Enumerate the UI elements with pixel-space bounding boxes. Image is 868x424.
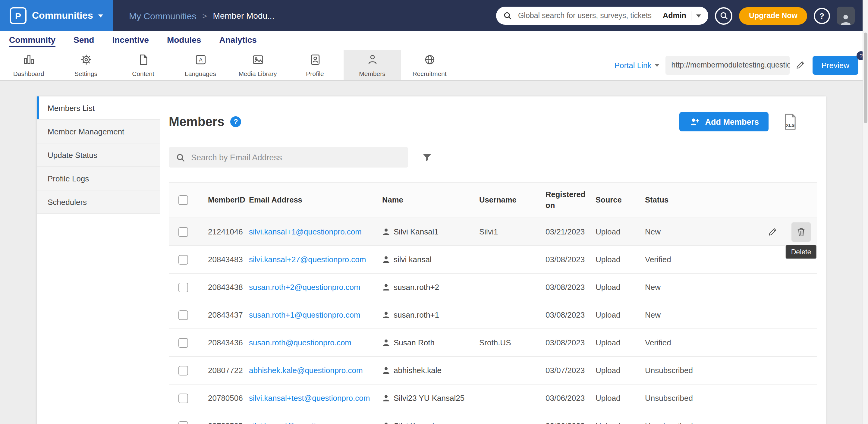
row-checkbox[interactable] (179, 338, 188, 347)
row-checkbox[interactable] (179, 282, 188, 292)
row-checkbox[interactable] (179, 310, 188, 320)
delete-icon[interactable]: Delete (792, 222, 811, 241)
page-title: Members (169, 115, 224, 129)
member-id-cell: 20843436 (208, 338, 249, 347)
email-link[interactable]: silvi.kansal@questionpro.com (249, 421, 375, 424)
member-name: Silvi23 YU Kansal25 (394, 394, 464, 403)
upgrade-now-button[interactable]: Upgrade Now (739, 7, 807, 24)
sidebar-item-members-list[interactable]: Members List (37, 96, 160, 120)
export-xls-icon[interactable]: XLS (783, 113, 798, 130)
member-name: silvi kansal (394, 255, 432, 264)
email-link[interactable]: abhishek.kale@questionpro.com (249, 366, 375, 375)
email-link[interactable]: silvi.kansal+27@questionpro.com (249, 255, 375, 264)
members-table: MemberIDEmail AddressNameUsernameRegiste… (169, 182, 817, 424)
table-row: 20780506 silvi.kansal+test@questionpro.c… (169, 385, 817, 412)
search-button[interactable] (715, 7, 733, 24)
row-checkbox[interactable] (179, 421, 188, 424)
email-cell: silvi.kansal@questionpro.com (249, 421, 382, 424)
toolbar-item-content[interactable]: Content (115, 50, 172, 80)
source-cell: Upload (595, 366, 645, 375)
email-link[interactable]: susan.roth+1@questionpro.com (249, 310, 375, 320)
edit-url-icon[interactable] (796, 60, 807, 70)
module-toolbar: Dashboard Settings Content A Languages M… (0, 50, 868, 81)
member-name: Silvi Kansal1 (394, 227, 438, 236)
row-checkbox[interactable] (179, 393, 188, 403)
email-link[interactable]: silvi.kansal+test@questionpro.com (249, 394, 375, 403)
member-id-cell: 20780506 (208, 394, 249, 403)
dashboard-icon (22, 53, 35, 69)
source-cell: Upload (595, 310, 645, 320)
portal-link-dropdown[interactable]: Portal Link (615, 61, 659, 70)
tab-incentive[interactable]: Incentive (112, 35, 149, 47)
email-cell: silvi.kansal+test@questionpro.com (249, 394, 382, 403)
row-checkbox[interactable] (179, 255, 188, 264)
chevron-down-icon[interactable] (696, 14, 701, 17)
row-checkbox[interactable] (179, 227, 188, 237)
portal-link-group: Portal Link http://membermoduletesting.q… (615, 50, 868, 80)
registered-cell: 03/06/2023 (546, 421, 595, 424)
tab-analytics[interactable]: Analytics (219, 35, 257, 47)
tab-community[interactable]: Community (9, 35, 56, 47)
edit-icon[interactable] (764, 222, 783, 241)
preview-button[interactable]: Preview (812, 56, 859, 74)
status-cell: Verified (645, 338, 717, 347)
product-switcher[interactable]: P Communities (0, 0, 113, 31)
members-panel: Members ? Add Members XLS (160, 96, 826, 424)
toolbar-item-settings[interactable]: Settings (57, 50, 115, 80)
scrollbar-thumb[interactable] (864, 33, 867, 123)
member-id-cell: 20843437 (208, 310, 249, 320)
breadcrumb-parent-link[interactable]: My Communities (129, 10, 196, 21)
top-bar: P Communities My Communities > Member Mo… (0, 0, 868, 31)
toolbar-item-profile[interactable]: Profile (286, 50, 344, 80)
registered-cell: 03/08/2023 (546, 338, 595, 347)
toolbar-item-languages[interactable]: A Languages (172, 50, 229, 80)
column-header: Username (479, 195, 546, 206)
toolbar-item-dashboard[interactable]: Dashboard (0, 50, 57, 80)
column-header: Name (382, 195, 479, 206)
member-name: abhishek.kale (394, 366, 441, 375)
avatar[interactable] (837, 7, 855, 25)
toolbar-item-media-library[interactable]: Media Library (229, 50, 286, 80)
source-cell: Upload (595, 227, 645, 236)
email-link[interactable]: susan.roth@questionpro.com (249, 338, 375, 347)
person-icon (382, 422, 390, 424)
tab-modules[interactable]: Modules (167, 35, 201, 47)
table-row: 20780505 silvi.kansal@questionpro.com Si… (169, 412, 817, 424)
email-link[interactable]: silvi.kansal+1@questionpro.com (249, 227, 375, 236)
sidebar-item-profile-logs[interactable]: Profile Logs (37, 167, 160, 190)
search-scope-selector[interactable]: Admin (663, 11, 686, 20)
breadcrumb-current: Member Modu... (213, 11, 275, 21)
sidebar-item-member-management[interactable]: Member Management (37, 120, 160, 144)
email-link[interactable]: susan.roth+2@questionpro.com (249, 283, 375, 292)
main-nav: Community Send Incentive Modules Analyti… (0, 31, 868, 50)
select-all-checkbox[interactable] (179, 195, 188, 205)
portal-url-field[interactable]: http://membermoduletesting.questio (665, 56, 789, 74)
email-cell: silvi.kansal+1@questionpro.com (249, 227, 382, 236)
registered-cell: 03/06/2023 (546, 394, 595, 403)
filter-icon[interactable] (421, 152, 433, 163)
name-cell: Susan Roth (382, 338, 479, 347)
username-cell: Sroth.US (479, 338, 546, 347)
username-cell: Silvi1 (479, 227, 546, 236)
sidebar-item-schedulers[interactable]: Schedulers (37, 190, 160, 214)
add-members-button[interactable]: Add Members (679, 112, 769, 131)
status-cell: Unsubscribed (645, 394, 717, 403)
toolbar-item-recruitment[interactable]: Recruitment (401, 50, 458, 80)
sidebar-item-update-status[interactable]: Update Status (37, 144, 160, 167)
row-checkbox-cell (169, 393, 208, 403)
member-id-cell: 20807722 (208, 366, 249, 375)
table-controls (169, 147, 817, 168)
vertical-scrollbar[interactable] (863, 0, 868, 424)
toolbar-item-members[interactable]: Members (344, 50, 401, 80)
row-checkbox-cell (169, 227, 208, 237)
tab-send[interactable]: Send (73, 35, 94, 47)
help-button[interactable]: ? (814, 7, 830, 24)
row-checkbox[interactable] (179, 366, 188, 375)
member-search-input[interactable] (190, 152, 401, 162)
status-cell: Unsubscribed (645, 366, 717, 375)
global-search-input[interactable] (517, 11, 658, 21)
members-help-badge[interactable]: ? (230, 116, 241, 127)
languages-icon: A (194, 53, 207, 69)
global-search: Admin (496, 7, 709, 25)
chevron-down-icon (655, 64, 659, 67)
